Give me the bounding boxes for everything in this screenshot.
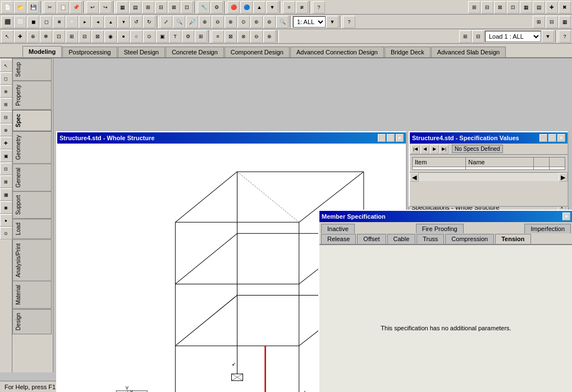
- tb14[interactable]: ≢: [296, 1, 308, 13]
- all-select[interactable]: 1: ALL: [293, 16, 326, 27]
- tb-r2-7[interactable]: ▸: [79, 16, 91, 28]
- vtab-geometry[interactable]: Geometry: [12, 131, 52, 164]
- tb-r3-17[interactable]: ≡: [212, 30, 224, 43]
- icon-5[interactable]: ⊟: [0, 111, 12, 123]
- tb7[interactable]: 🔧: [198, 1, 210, 13]
- nav-first[interactable]: |◀: [411, 145, 420, 154]
- zoom-extent[interactable]: ⤢: [160, 16, 172, 28]
- tb-r3-13[interactable]: ▣: [156, 30, 168, 43]
- tb-r2-12[interactable]: ↻: [143, 16, 155, 28]
- tab-concrete-design[interactable]: Concrete Design: [166, 47, 224, 57]
- tb4[interactable]: ⊟: [155, 1, 167, 13]
- tb-r3-21[interactable]: ⊕: [263, 30, 276, 43]
- tb12[interactable]: ▼: [266, 1, 278, 13]
- tab-truss[interactable]: Truss: [417, 234, 444, 244]
- redo-btn[interactable]: ↪: [99, 1, 112, 13]
- tb-r3-1[interactable]: ↖: [1, 30, 13, 43]
- tb-r2-2[interactable]: ⬜: [14, 16, 26, 28]
- tb-r3-14[interactable]: T: [169, 30, 181, 43]
- tab-component-design[interactable]: Component Design: [225, 47, 290, 57]
- vtab-general[interactable]: General: [12, 164, 52, 192]
- tab-bridge-deck[interactable]: Bridge Deck: [385, 47, 431, 57]
- cursor-tool[interactable]: ↖: [0, 59, 12, 72]
- vtab-load[interactable]: Load: [12, 219, 52, 239]
- tb-r3-15[interactable]: ⚙: [182, 30, 194, 43]
- spec-values-close-btn[interactable]: ×: [557, 134, 565, 142]
- tb13[interactable]: ≡: [283, 1, 295, 13]
- tb-r2-24[interactable]: ▦: [559, 16, 571, 28]
- tb-r2-19[interactable]: 🔍: [276, 16, 289, 28]
- tb-r3-23[interactable]: ⊟: [472, 30, 484, 43]
- tab-compression[interactable]: Compression: [445, 234, 494, 244]
- tb15[interactable]: ?: [313, 1, 325, 13]
- tb-r3-9[interactable]: ◉: [104, 30, 117, 43]
- tb-r2-21[interactable]: ?: [343, 16, 355, 28]
- cut-btn[interactable]: ✂: [44, 1, 56, 13]
- tb-r2-15[interactable]: ⊗: [225, 16, 237, 28]
- tb-r2-14[interactable]: ⊖: [212, 16, 224, 28]
- spec-values-min-btn[interactable]: _: [539, 134, 547, 142]
- icon-4[interactable]: ⊞: [0, 98, 12, 110]
- tab-advanced-slab[interactable]: Advanced Slab Design: [431, 47, 506, 57]
- tb22[interactable]: ✚: [546, 1, 558, 13]
- new-btn[interactable]: 📄: [1, 1, 13, 13]
- nav-prev[interactable]: ◀: [420, 145, 429, 154]
- tb-r3-12[interactable]: ⊙: [143, 30, 155, 43]
- tab-inactive[interactable]: Inactive: [321, 224, 355, 233]
- tb-r3-24[interactable]: ▼: [542, 30, 554, 43]
- scroll-left-btn[interactable]: ◀: [410, 173, 419, 182]
- open-btn[interactable]: 📂: [14, 1, 26, 13]
- tb23[interactable]: ✖: [559, 1, 571, 13]
- vtab-support[interactable]: Support: [12, 191, 52, 219]
- load-combo[interactable]: Load 1 : ALL: [485, 31, 541, 42]
- tab-tension[interactable]: Tension: [495, 234, 530, 244]
- icon-6[interactable]: ⊗: [0, 124, 12, 136]
- tab-release[interactable]: Release: [321, 234, 356, 244]
- tb-r3-20[interactable]: ⊖: [250, 30, 263, 43]
- icon-13[interactable]: ●: [0, 214, 12, 227]
- tb2[interactable]: ▤: [129, 1, 141, 13]
- vtab-property[interactable]: Property: [12, 81, 52, 110]
- tb-r2-20[interactable]: ▼: [326, 16, 338, 28]
- vtab-material[interactable]: Material: [12, 281, 52, 309]
- tab-advanced-connection[interactable]: Advanced Connection Design: [290, 47, 384, 57]
- tb-r3-22[interactable]: ⊞: [459, 30, 472, 43]
- icon-3[interactable]: ⊕: [0, 85, 12, 98]
- tb-r2-5[interactable]: ◾: [53, 16, 65, 28]
- tb-r3-5[interactable]: ⊡: [53, 30, 65, 43]
- tb20[interactable]: ▦: [520, 1, 532, 13]
- tab-steel-design[interactable]: Steel Design: [118, 47, 165, 57]
- paste-btn[interactable]: 📌: [70, 1, 82, 13]
- tb11[interactable]: ▲: [253, 1, 266, 13]
- structure-min-btn[interactable]: _: [378, 134, 386, 142]
- tb-r3-2[interactable]: ✚: [14, 30, 26, 43]
- tb-r2-17[interactable]: ⊛: [250, 16, 263, 28]
- tb6[interactable]: ⊡: [181, 1, 193, 13]
- tb19[interactable]: ⊡: [507, 1, 519, 13]
- tb-r2-11[interactable]: ↺: [130, 16, 143, 28]
- undo-btn[interactable]: ↩: [86, 1, 99, 13]
- zoom-out[interactable]: 🔎: [186, 16, 198, 28]
- tb21[interactable]: ▤: [533, 1, 545, 13]
- icon-9[interactable]: ⊡: [0, 163, 12, 175]
- nav-last[interactable]: ▶|: [440, 145, 449, 154]
- tb-r3-25[interactable]: ?: [559, 30, 571, 43]
- tb8[interactable]: ⚙: [211, 1, 223, 13]
- copy-btn[interactable]: 📋: [57, 1, 69, 13]
- tb-r2-3[interactable]: ◼: [27, 16, 39, 28]
- tb-r2-23[interactable]: ⊟: [546, 16, 558, 28]
- tb5[interactable]: ⊠: [168, 1, 180, 13]
- tb-r3-3[interactable]: ⊕: [27, 30, 39, 43]
- nav-next[interactable]: ▶: [430, 145, 439, 154]
- scroll-track[interactable]: [419, 173, 559, 181]
- tab-postprocessing[interactable]: Postprocessing: [62, 47, 117, 57]
- tb-r3-7[interactable]: ⊟: [79, 30, 91, 43]
- tb-r2-6[interactable]: ◽: [66, 16, 78, 28]
- vtab-design[interactable]: Design: [12, 309, 52, 334]
- tb3[interactable]: ⊞: [142, 1, 154, 13]
- icon-7[interactable]: ✚: [0, 137, 12, 149]
- icon-8[interactable]: ▣: [0, 150, 12, 162]
- tb-r2-18[interactable]: ⊚: [263, 16, 276, 28]
- tb10[interactable]: 🔵: [240, 1, 253, 13]
- icon-11[interactable]: ▦: [0, 188, 12, 201]
